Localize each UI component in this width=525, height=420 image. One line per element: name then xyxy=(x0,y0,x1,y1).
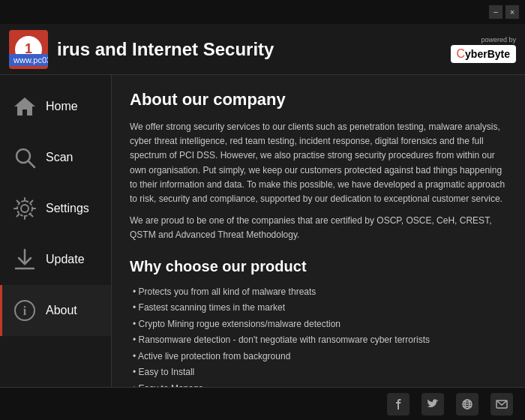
svg-marker-0 xyxy=(14,98,35,116)
about-icon: i xyxy=(11,297,38,324)
settings-label: Settings xyxy=(46,202,89,215)
app-header: 1 www.pc0359.cn irus and Internet Securi… xyxy=(0,24,525,75)
feature-list: Protects you from all kind of malware th… xyxy=(130,284,507,388)
content-area: About our company We offer strong securi… xyxy=(111,75,525,387)
footer xyxy=(0,387,525,420)
feature-item-0: Protects you from all kind of malware th… xyxy=(130,284,507,301)
home-label: Home xyxy=(46,100,78,113)
sidebar-item-settings[interactable]: Settings xyxy=(0,183,111,234)
scan-label: Scan xyxy=(46,151,73,164)
app-title: irus and Internet Security xyxy=(57,39,451,60)
sidebar-item-update[interactable]: Update xyxy=(0,234,111,285)
cyberbyte-name: yberByte xyxy=(465,48,510,60)
feature-item-2: Crypto Mining rogue extensions/malware d… xyxy=(130,316,507,333)
minimize-button[interactable]: − xyxy=(489,5,502,19)
svg-point-3 xyxy=(21,205,28,212)
main-layout: Home Scan Settings xyxy=(0,75,525,387)
title-bar: − × xyxy=(0,0,525,24)
update-icon xyxy=(11,246,38,273)
feature-item-1: Fastest scanning times in the market xyxy=(130,300,507,316)
sidebar: Home Scan Settings xyxy=(0,75,111,387)
company-title: About our company xyxy=(130,90,507,110)
title-bar-controls: − × xyxy=(489,5,519,19)
feature-item-6: Easy to Manage xyxy=(130,381,507,387)
powered-by-label: powered by xyxy=(481,36,516,44)
logo-url: www.pc0359.cn xyxy=(9,54,48,66)
update-label: Update xyxy=(46,253,85,266)
about-label: About xyxy=(46,304,77,317)
sidebar-item-scan[interactable]: Scan xyxy=(0,132,111,183)
sidebar-item-home[interactable]: Home xyxy=(0,81,111,132)
web-icon[interactable] xyxy=(456,393,478,416)
company-paragraph-1: We offer strong security services to our… xyxy=(130,120,507,206)
powered-by-section: powered by C yberByte xyxy=(451,36,516,63)
cyberbyte-c: C xyxy=(457,47,466,61)
twitter-icon[interactable] xyxy=(422,393,444,416)
why-title: Why choose our product xyxy=(130,258,507,275)
feature-item-5: Easy to Install xyxy=(130,364,507,381)
email-icon[interactable] xyxy=(490,393,513,416)
svg-line-2 xyxy=(28,161,34,167)
facebook-icon[interactable] xyxy=(387,393,410,416)
svg-text:i: i xyxy=(23,304,27,317)
close-button[interactable]: × xyxy=(506,5,519,19)
feature-item-4: Active live protection from background xyxy=(130,349,507,365)
app-logo: 1 www.pc0359.cn xyxy=(9,30,48,69)
cyberbyte-logo: C yberByte xyxy=(451,45,516,63)
sidebar-item-about[interactable]: i About xyxy=(0,285,111,336)
settings-icon xyxy=(11,195,38,222)
scan-icon xyxy=(11,144,38,171)
feature-item-3: Ransomware detection - don't negotiate w… xyxy=(130,332,507,349)
company-paragraph-2: We are proud to be one of the companies … xyxy=(130,214,507,242)
home-icon xyxy=(11,93,38,120)
